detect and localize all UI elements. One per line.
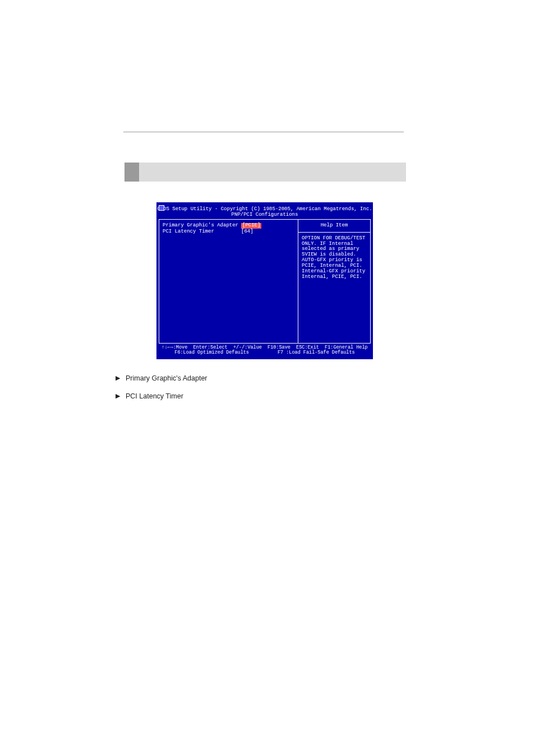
section-bar-accent bbox=[124, 163, 139, 182]
description-label: Primary Graphic's Adapter bbox=[126, 373, 407, 383]
section-bar-body bbox=[139, 163, 406, 182]
bios-setting-value[interactable]: [64] bbox=[241, 229, 253, 235]
triangle-right-icon: ▶ bbox=[116, 391, 126, 401]
section-heading-bar bbox=[124, 163, 406, 182]
bios-setting-label: PCI Latency Timer bbox=[163, 229, 241, 235]
bios-help-line: Internal, PCIE, PCI. bbox=[302, 275, 367, 280]
bios-setting-row[interactable]: Primary Graphic's Adapter [PCIE] bbox=[163, 223, 294, 229]
bios-titlebar: CMOS Setup Utility - Copyright (C) 1985-… bbox=[156, 202, 373, 219]
triangle-right-icon: ▶ bbox=[116, 373, 126, 383]
bios-help-body: OPTION FOR DEBUG/TEST ONLY. IF Internal … bbox=[298, 233, 370, 284]
description-item: ▶ PCI Latency Timer bbox=[116, 391, 407, 401]
bios-settings-panel: Primary Graphic's Adapter [PCIE] PCI Lat… bbox=[159, 220, 298, 343]
bios-footer: ↑↓←→:Move Enter:Select +/-/:Value F10:Sa… bbox=[156, 344, 373, 359]
bios-setting-row[interactable]: PCI Latency Timer [64] bbox=[163, 229, 294, 235]
bios-setting-value[interactable]: [PCIE] bbox=[241, 223, 261, 229]
bios-footer-line2: F6:Load Optimized Defaults F7 :Load Fail… bbox=[156, 350, 373, 355]
bios-help-panel: Help Item OPTION FOR DEBUG/TEST ONLY. IF… bbox=[298, 220, 370, 343]
close-icon bbox=[159, 205, 164, 211]
bios-title-line2: PNP/PCI Configurations bbox=[156, 212, 373, 218]
bios-help-header: Help Item bbox=[298, 220, 370, 233]
description-area: ▶ Primary Graphic's Adapter ▶ PCI Latenc… bbox=[116, 373, 407, 409]
description-item: ▶ Primary Graphic's Adapter bbox=[116, 373, 407, 383]
description-label: PCI Latency Timer bbox=[126, 391, 407, 401]
document-page: CMOS Setup Utility - Copyright (C) 1985-… bbox=[0, 0, 535, 756]
bios-body: Primary Graphic's Adapter [PCIE] PCI Lat… bbox=[159, 219, 371, 344]
page-header bbox=[123, 98, 404, 132]
bios-setting-label: Primary Graphic's Adapter bbox=[163, 223, 241, 229]
bios-screenshot: CMOS Setup Utility - Copyright (C) 1985-… bbox=[156, 202, 373, 359]
header-rule bbox=[123, 132, 404, 132]
